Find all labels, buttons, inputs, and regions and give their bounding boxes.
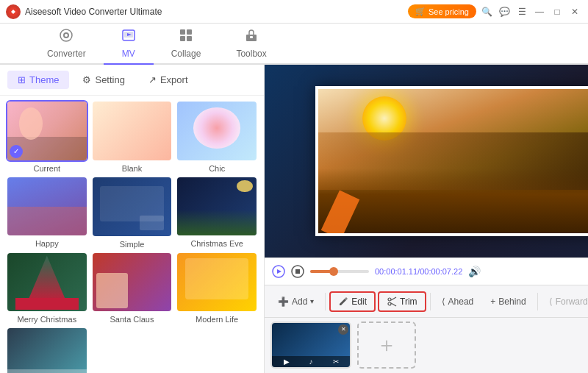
cart-icon: 🛒	[415, 7, 426, 16]
converter-icon	[59, 28, 74, 46]
behind-button[interactable]: + Behind	[483, 293, 533, 310]
tab-converter-label: Converter	[47, 49, 86, 59]
forward-icon: ⟨	[549, 296, 553, 307]
tab-mv[interactable]: MV	[104, 24, 154, 65]
add-btn-wrap: ➕ Add ▾	[270, 293, 321, 310]
theme-item-happy[interactable]: Happy	[6, 176, 88, 249]
theme-item-current[interactable]: ✓ Current	[6, 100, 88, 173]
chat-title-button[interactable]: 💬	[497, 4, 512, 19]
trim-button[interactable]: Trim	[378, 291, 426, 312]
app-name: Aiseesoft Video Converter Ultimate	[25, 7, 162, 17]
subtab-setting[interactable]: ⚙ Setting	[72, 71, 135, 89]
theme-item-simple[interactable]: Simple	[91, 176, 173, 249]
svg-rect-12	[250, 36, 253, 38]
add-icon: ➕	[278, 296, 289, 307]
preview-frame	[315, 86, 588, 236]
app-logo	[6, 4, 21, 19]
film-cut-icon: ✂	[333, 358, 339, 366]
theme-grid-icon: ⊞	[18, 74, 26, 85]
theme-item-blank[interactable]: Blank	[91, 100, 173, 173]
close-button[interactable]: ✕	[567, 4, 582, 19]
svg-marker-14	[277, 269, 282, 274]
ahead-icon: ⟨	[442, 296, 445, 307]
video-preview: ▷	[265, 65, 588, 257]
theme-item-merry-christmas[interactable]: Merry Christmas	[6, 252, 88, 324]
play-button[interactable]	[272, 265, 285, 278]
export-arrow-icon: ↗	[148, 74, 157, 85]
progress-thumb	[329, 267, 338, 276]
behind-icon: +	[490, 296, 495, 307]
filmstrip: ▶ ♪ ✂ ✕ ＋ 1 / 1	[265, 317, 588, 373]
subtab-export[interactable]: ↗ Export	[138, 71, 198, 89]
tab-toolbox[interactable]: Toolbox	[218, 24, 284, 65]
ahead-button[interactable]: ⟨ Ahead	[434, 293, 481, 310]
title-bar-left: Aiseesoft Video Converter Ultimate	[6, 4, 162, 19]
tab-mv-label: MV	[122, 49, 135, 59]
main-content: ⊞ Theme ⚙ Setting ↗ Export ✓	[0, 65, 588, 373]
film-close-button[interactable]: ✕	[338, 324, 348, 335]
toolbox-icon	[244, 28, 259, 46]
subtab-theme[interactable]: ⊞ Theme	[7, 71, 69, 89]
title-bar: Aiseesoft Video Converter Ultimate 🛒 See…	[0, 0, 588, 24]
svg-point-17	[388, 298, 391, 301]
search-title-button[interactable]: 🔍	[479, 4, 494, 19]
tab-collage-label: Collage	[171, 49, 201, 59]
theme-item-modern-life[interactable]: Modern Life	[176, 252, 258, 324]
film-overlay-1: ▶ ♪ ✂	[272, 356, 350, 367]
svg-line-19	[391, 297, 396, 300]
maximize-button[interactable]: □	[550, 4, 564, 19]
stop-button[interactable]	[291, 265, 304, 278]
preview-background: ▷	[265, 65, 588, 257]
selected-check-icon: ✓	[10, 145, 23, 158]
time-display: 00:00:01.11/00:00:07.22	[375, 267, 462, 276]
film-audio-icon: ♪	[309, 358, 313, 366]
progress-track[interactable]	[310, 270, 369, 273]
edit-button[interactable]: Edit	[329, 291, 376, 312]
add-button[interactable]: ➕ Add ▾	[270, 293, 321, 310]
theme-grid: ✓ Current Blank Chic	[0, 96, 264, 373]
svg-line-20	[391, 303, 396, 306]
svg-rect-8	[187, 29, 192, 35]
nav-tabs: Converter MV Collage Toolbox	[0, 24, 588, 65]
right-panel: ▷ 00:00:01.11/00:00:07.22 🔊	[265, 65, 588, 373]
svg-rect-7	[180, 29, 185, 35]
theme-item-snowy[interactable]: Snowy Night	[6, 327, 88, 373]
film-item-1[interactable]: ▶ ♪ ✂ ✕	[270, 322, 351, 369]
add-film-button[interactable]: ＋	[357, 322, 416, 369]
edit-icon	[338, 296, 348, 307]
svg-rect-10	[187, 36, 192, 41]
title-bar-right: 🛒 See pricing 🔍 💬 ☰ — □ ✕	[408, 4, 582, 19]
see-pricing-button[interactable]: 🛒 See pricing	[408, 4, 476, 18]
svg-rect-9	[180, 36, 185, 41]
mv-icon	[121, 28, 136, 46]
progress-bar-wrap[interactable]	[310, 270, 369, 273]
theme-item-christmas-eve[interactable]: Christmas Eve	[176, 176, 258, 249]
add-chevron-icon: ▾	[310, 297, 314, 305]
svg-rect-16	[295, 269, 300, 274]
forward-button[interactable]: ⟨ Forward	[542, 293, 588, 310]
minimize-button[interactable]: —	[532, 4, 547, 19]
left-panel: ⊞ Theme ⚙ Setting ↗ Export ✓	[0, 65, 265, 373]
sub-tabs: ⊞ Theme ⚙ Setting ↗ Export	[0, 65, 264, 96]
tab-converter[interactable]: Converter	[29, 24, 104, 65]
tab-collage[interactable]: Collage	[154, 24, 219, 65]
film-play-icon: ▶	[284, 358, 290, 366]
bottom-toolbar: ➕ Add ▾ Edit Trim ⟨ Ahead + Behind	[265, 285, 588, 317]
controls-bar: 00:00:01.11/00:00:07.22 🔊 16:9 ▾ 🖥 1/2 ▾…	[265, 257, 588, 285]
menu-title-button[interactable]: ☰	[514, 4, 529, 19]
collage-icon	[179, 28, 193, 46]
svg-point-3	[65, 34, 68, 37]
controls-left: 00:00:01.11/00:00:07.22 🔊	[272, 265, 481, 278]
separator-3	[537, 293, 538, 310]
trim-scissors-icon	[387, 296, 397, 307]
svg-point-18	[388, 302, 391, 305]
theme-item-chic[interactable]: Chic	[176, 100, 258, 173]
volume-icon[interactable]: 🔊	[468, 266, 481, 277]
setting-gear-icon: ⚙	[82, 74, 91, 85]
tab-toolbox-label: Toolbox	[236, 49, 266, 59]
separator-2	[430, 293, 431, 310]
theme-item-santa[interactable]: Santa Claus	[91, 252, 173, 324]
separator-1	[325, 293, 326, 310]
add-film-icon: ＋	[376, 331, 397, 359]
